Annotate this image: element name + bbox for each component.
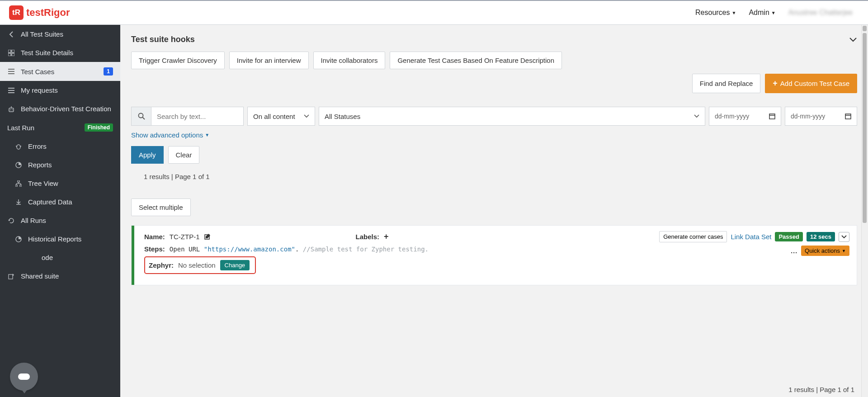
logo-text: testRigor <box>26 7 70 19</box>
trigger-crawler-button[interactable]: Trigger Crawler Discovery <box>131 52 225 69</box>
tree-icon <box>14 180 23 187</box>
date-placeholder: dd-mm-yyyy <box>715 113 749 120</box>
chevron-down-icon <box>304 114 309 118</box>
sidebar-item-requests[interactable]: My requests <box>0 81 120 99</box>
find-replace-button[interactable]: Find and Replace <box>692 74 761 93</box>
quick-actions-button[interactable]: Quick actions ▼ <box>801 246 849 256</box>
zephyr-change-button[interactable]: Change <box>220 260 250 270</box>
steps-url: "https://www.amazon.com" <box>204 246 295 253</box>
invite-collaborators-button[interactable]: Invite collaborators <box>313 52 386 69</box>
footer-results: 1 results | Page 1 of 1 <box>788 386 854 393</box>
expand-button[interactable] <box>839 232 849 242</box>
apply-row: Apply Clear <box>131 146 857 164</box>
download-icon <box>14 199 23 205</box>
nav-resources[interactable]: Resources ▼ <box>689 9 742 17</box>
duration-badge: 12 secs <box>807 232 835 241</box>
hooks-header[interactable]: Test suite hooks <box>131 33 857 52</box>
nav-user[interactable]: Anustree Chatterjee <box>782 9 859 17</box>
svg-point-14 <box>17 145 20 149</box>
invite-interview-button[interactable]: Invite for an interview <box>229 52 309 69</box>
sidebar-item-allruns[interactable]: All Runs <box>0 211 120 230</box>
date-to-input[interactable]: dd-mm-yyyy <box>785 107 857 126</box>
calendar-icon <box>769 113 775 119</box>
name-label: Name: <box>144 233 165 241</box>
name-value: TC-ZTP-1 <box>170 233 200 241</box>
sidebar-lastrun[interactable]: Last Run Finished <box>0 118 120 137</box>
sidebar-item-errors[interactable]: Errors <box>0 137 120 156</box>
filter-row: On all content All Statuses dd-mm-yyyy d… <box>131 107 857 126</box>
sidebar-item-testcases[interactable]: Test Cases 1 <box>0 62 120 81</box>
results-summary: 1 results | Page 1 of 1 <box>144 173 857 180</box>
logo[interactable]: tR testRigor <box>9 5 70 20</box>
zephyr-label: Zephyr: <box>149 261 174 269</box>
sidebar-item-ode[interactable]: ode <box>0 248 120 267</box>
scrollbar-thumb[interactable] <box>863 33 867 223</box>
caret-down-icon: ▼ <box>771 10 776 15</box>
labels-label: Labels: <box>356 233 380 241</box>
svg-line-28 <box>142 118 145 120</box>
grid-icon <box>7 50 15 56</box>
chevron-left-icon <box>7 31 15 38</box>
sidebar-item-label: Captured Data <box>28 198 72 206</box>
sidebar-item-captured[interactable]: Captured Data <box>0 193 120 211</box>
steps-cmd: Open URL <box>170 246 204 253</box>
testcase-actions-bot: ... Quick actions ▼ <box>791 246 849 256</box>
action-row-2: Find and Replace + Add Custom Test Case <box>131 74 857 93</box>
status-select[interactable]: All Statuses <box>319 107 705 126</box>
date-from-input[interactable]: dd-mm-yyyy <box>709 107 781 126</box>
sidebar-item-label: Reports <box>28 161 52 169</box>
generate-testcases-button[interactable]: Generate Test Cases Based On Feature Des… <box>390 52 562 69</box>
advanced-options-link[interactable]: Show advanced options ▼ <box>131 131 209 139</box>
sidebar-item-label: Last Run <box>7 124 34 132</box>
generate-corner-button[interactable]: Generate corner cases <box>659 231 727 242</box>
testcase-steps-row: Steps: Open URL "https://www.amazon.com"… <box>144 245 849 253</box>
apply-button[interactable]: Apply <box>131 146 164 164</box>
svg-point-27 <box>138 113 143 118</box>
sidebar-back[interactable]: All Test Suites <box>0 25 120 43</box>
chat-fab[interactable] <box>10 363 38 391</box>
add-custom-label: Add Custom Test Case <box>780 80 849 87</box>
nav-user-label: Anustree Chatterjee <box>788 9 853 16</box>
list-icon <box>7 88 15 93</box>
sidebar-item-treeview[interactable]: Tree View <box>0 174 120 193</box>
more-menu[interactable]: ... <box>791 247 797 255</box>
content-select[interactable]: On all content <box>247 107 315 126</box>
steps-label: Steps: <box>144 245 165 253</box>
plus-icon: + <box>773 79 778 88</box>
svg-rect-3 <box>12 53 14 56</box>
sidebar-item-details[interactable]: Test Suite Details <box>0 43 120 62</box>
robot-icon <box>7 106 15 113</box>
sidebar-item-reports[interactable]: Reports <box>0 156 120 174</box>
bug-icon <box>14 143 23 150</box>
scroll-up-arrow[interactable] <box>863 26 867 31</box>
clear-button[interactable]: Clear <box>168 146 200 164</box>
sidebar-item-label: Shared suite <box>21 272 59 280</box>
steps-comment: //Sample test for Zypher testing. <box>299 246 429 253</box>
page-scrollbar[interactable] <box>861 25 868 397</box>
sidebar-item-bdt[interactable]: Behavior-Driven Test Creation <box>0 99 120 118</box>
date-placeholder: dd-mm-yyyy <box>791 113 825 120</box>
select-multiple-button[interactable]: Select multiple <box>131 198 191 216</box>
svg-rect-26 <box>9 274 13 279</box>
svg-rect-10 <box>9 108 14 112</box>
chevron-down-icon[interactable] <box>849 37 857 43</box>
testcase-card: Generate corner cases Link Data Set Pass… <box>131 225 857 285</box>
search-input[interactable] <box>151 107 244 126</box>
sidebar-item-label: Test Suite Details <box>21 49 73 57</box>
sidebar-badge: 1 <box>104 67 113 76</box>
caret-down-icon: ▼ <box>732 10 736 15</box>
sidebar-item-label: Test Cases <box>21 68 54 76</box>
nav-admin[interactable]: Admin ▼ <box>742 9 782 17</box>
link-dataset-link[interactable]: Link Data Set <box>731 233 771 241</box>
sidebar-item-historical[interactable]: Historical Reports <box>0 230 120 248</box>
zephyr-box: Zephyr: No selection Change <box>144 256 256 274</box>
svg-point-12 <box>12 109 13 110</box>
status-stripe <box>132 226 134 285</box>
sidebar-item-shared[interactable]: Shared suite <box>0 267 120 285</box>
list-icon <box>7 69 15 74</box>
edit-icon[interactable] <box>204 233 211 240</box>
add-custom-testcase-button[interactable]: + Add Custom Test Case <box>765 74 857 93</box>
svg-rect-0 <box>8 50 11 52</box>
sidebar-back-label: All Test Suites <box>21 30 63 38</box>
add-label-button[interactable]: + <box>384 232 389 241</box>
